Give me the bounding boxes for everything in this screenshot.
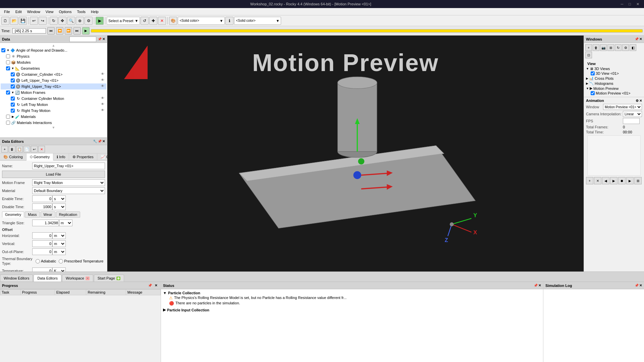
win-toggle-3d-views[interactable]: ▼ bbox=[586, 67, 589, 70]
simlog-pin-button[interactable]: 📌 bbox=[635, 284, 639, 287]
save-button[interactable]: 💾 bbox=[19, 17, 27, 25]
tree-toggle-root[interactable]: ▼ bbox=[6, 48, 10, 52]
tree-checkbox-container-cylinder[interactable] bbox=[11, 72, 15, 76]
de-cancel-button[interactable]: ✕ bbox=[38, 146, 45, 153]
de-undo-button[interactable]: ↩ bbox=[31, 146, 38, 153]
tree-checkbox-geometries[interactable] bbox=[6, 66, 10, 70]
solid-color-2-selector[interactable]: <Solid color> ▼ bbox=[234, 17, 281, 25]
win-tree-3d-view-01[interactable]: 3D View <01> bbox=[585, 71, 643, 76]
panel-pin-button[interactable]: 📌 bbox=[98, 37, 102, 41]
tree-checkbox-materials-interactions[interactable] bbox=[6, 121, 10, 125]
anim-add-keyframe-button[interactable]: + bbox=[586, 177, 593, 184]
tree-item-container-cylinder[interactable]: 🔘 Container_Cylinder <01> 👁 bbox=[1, 71, 106, 77]
animation-settings-button[interactable]: ⚙ bbox=[636, 99, 639, 103]
win-checkbox-motion-preview-01[interactable] bbox=[591, 91, 595, 95]
tab-window-editors[interactable]: Window Editors bbox=[0, 275, 33, 282]
tab-info[interactable]: ℹ Info bbox=[53, 154, 69, 160]
status-pin-button[interactable]: 📌 bbox=[534, 284, 538, 287]
tree-checkbox-container-cylinder-motion[interactable] bbox=[11, 97, 15, 101]
anim-play-anim-button[interactable]: ▶ bbox=[626, 177, 634, 184]
menu-window[interactable]: Window bbox=[24, 9, 43, 14]
tree-scroll-down[interactable]: ▼ bbox=[1, 126, 106, 129]
remove-view-button[interactable]: 🗑 bbox=[593, 44, 599, 51]
move-button[interactable]: ✥ bbox=[58, 17, 66, 25]
tree-eye-right-upper-tray[interactable]: 👁 bbox=[101, 84, 106, 89]
name-input[interactable] bbox=[32, 163, 105, 169]
preset-selector[interactable]: Select a Preset ▼ bbox=[107, 17, 140, 25]
temperature-unit[interactable]: K bbox=[52, 267, 66, 272]
anim-fps-input[interactable]: 30 bbox=[623, 118, 640, 124]
material-select[interactable]: Default Boundary bbox=[32, 187, 105, 194]
animation-close-button[interactable]: ✕ bbox=[639, 99, 642, 103]
tree-checkbox-physics[interactable] bbox=[6, 54, 10, 58]
anim-prev-keyframe-button[interactable]: ◀ bbox=[602, 177, 609, 184]
restore-button[interactable]: □ bbox=[627, 2, 633, 6]
tab-workspace[interactable]: Workspace ✕ bbox=[62, 275, 93, 282]
anim-delete-keyframe-button[interactable]: ✕ bbox=[594, 177, 601, 184]
expand-button[interactable]: ⊡ bbox=[585, 52, 592, 58]
tree-item-left-tray-motion[interactable]: ↻ Left Tray Motion 👁 bbox=[1, 102, 106, 108]
windows-pin-button[interactable]: 📌 bbox=[635, 37, 639, 41]
color-info-button[interactable]: ℹ bbox=[225, 17, 233, 25]
tree-checkbox-right-tray-motion[interactable] bbox=[11, 109, 15, 113]
menu-options[interactable]: Options bbox=[56, 9, 74, 14]
win-checkbox-3d-view-01[interactable] bbox=[591, 71, 595, 75]
de-tools-button[interactable]: 🔧 bbox=[93, 139, 97, 143]
preset-remove-button[interactable]: ✕ bbox=[158, 17, 166, 25]
tab-data-editors[interactable]: Data Editors bbox=[34, 275, 61, 282]
vertical-input[interactable] bbox=[32, 240, 52, 247]
play-button[interactable]: ▶ bbox=[82, 27, 90, 35]
menu-view[interactable]: View bbox=[43, 9, 56, 14]
win-tree-cross-plots[interactable]: ▶ 📊 Cross Plots bbox=[585, 76, 643, 81]
disable-time-unit[interactable]: s bbox=[52, 203, 66, 210]
rotate-button[interactable]: ↻ bbox=[50, 17, 58, 25]
tree-eye-container-cylinder-motion[interactable]: 👁 bbox=[101, 96, 106, 101]
load-file-button[interactable]: Load File bbox=[2, 171, 105, 178]
sub-tab-geometry[interactable]: Geometry bbox=[2, 212, 24, 218]
de-close-button[interactable]: ✕ bbox=[102, 139, 105, 143]
tree-item-container-cylinder-motion[interactable]: ↻ Container Cylinder Motion 👁 bbox=[1, 96, 106, 102]
enable-time-input[interactable] bbox=[32, 195, 52, 202]
layout-button[interactable]: ⊞ bbox=[607, 44, 614, 51]
de-add-button[interactable]: + bbox=[1, 146, 8, 153]
anim-window-select[interactable]: Motion Preview <01> bbox=[603, 104, 642, 110]
tab-coloring[interactable]: 🎨 Coloring bbox=[0, 154, 26, 160]
tab-workspace-close[interactable]: ✕ bbox=[86, 277, 90, 280]
win-tree-motion-preview-01[interactable]: Motion Preview <01> bbox=[585, 91, 643, 96]
screenshot-button[interactable]: 📷 bbox=[600, 44, 607, 51]
close-button[interactable]: ✕ bbox=[634, 2, 641, 6]
horizontal-input[interactable] bbox=[32, 232, 52, 239]
color-mode-button[interactable]: 🎨 bbox=[169, 17, 177, 25]
tree-item-modules[interactable]: 📦 Modules bbox=[1, 59, 106, 65]
time-display[interactable]: [45] 2.25 s bbox=[12, 28, 46, 34]
status-group-particle-collection-header[interactable]: ▼ Particle Collection bbox=[162, 291, 542, 295]
settings-view-button[interactable]: ⚙ bbox=[622, 44, 629, 51]
enable-time-unit[interactable]: s bbox=[52, 195, 66, 202]
open-button[interactable]: 📂 bbox=[10, 17, 18, 25]
tree-eye-right-tray-motion[interactable]: 👁 bbox=[101, 108, 106, 113]
tree-checkbox-right-upper-tray[interactable] bbox=[11, 84, 15, 88]
de-pin-button[interactable]: 📌 bbox=[98, 139, 102, 143]
out-of-plane-input[interactable] bbox=[32, 248, 52, 255]
disable-time-input[interactable] bbox=[32, 203, 52, 210]
window-controls[interactable]: ─ □ ✕ bbox=[619, 2, 641, 6]
win-toggle-cross-plots[interactable]: ▶ bbox=[586, 77, 588, 80]
horizontal-unit[interactable]: m bbox=[52, 232, 66, 239]
tree-item-motion-frames[interactable]: ▼ 🔄 Motion Frames bbox=[1, 89, 106, 96]
de-copy-button[interactable]: 📋 bbox=[16, 146, 23, 153]
viewport[interactable]: Motion Preview bbox=[107, 36, 584, 272]
zoom-button[interactable]: 🔍 bbox=[67, 17, 75, 25]
prescribed-temp-radio[interactable] bbox=[59, 259, 63, 263]
tree-item-right-tray-motion[interactable]: ↻ Right Tray Motion 👁 bbox=[1, 108, 106, 114]
tree-checkbox-left-upper-tray[interactable] bbox=[11, 78, 15, 82]
tree-toggle-geometries[interactable]: ▼ bbox=[11, 66, 15, 70]
tree-checkbox-modules[interactable] bbox=[6, 60, 10, 64]
fast-forward-button[interactable]: ⏭ bbox=[73, 27, 81, 35]
minimize-button[interactable]: ─ bbox=[619, 2, 626, 6]
preset-add-button[interactable]: ✚ bbox=[149, 17, 157, 25]
progress-close-button[interactable]: ✕ bbox=[153, 283, 159, 288]
tree-checkbox-materials[interactable] bbox=[6, 115, 10, 119]
settings-button[interactable]: ⚙ bbox=[85, 17, 93, 25]
tree-item-geometries[interactable]: ▼ 📐 Geometries bbox=[1, 65, 106, 71]
menu-file[interactable]: File bbox=[1, 9, 13, 14]
